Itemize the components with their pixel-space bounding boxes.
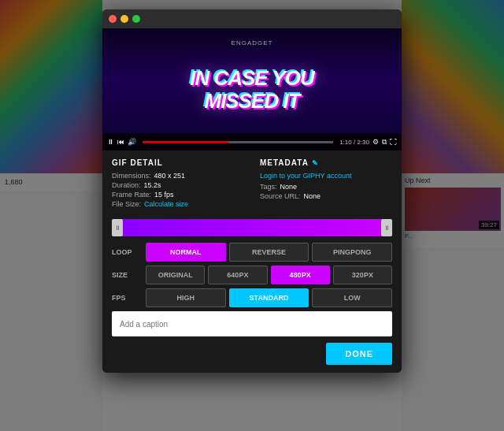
framerate-value: 15 fps (154, 191, 174, 199)
loop-reverse-btn[interactable]: REVERSE (229, 243, 309, 262)
video-right-controls: ⚙ ⧉ ⛶ (372, 138, 397, 147)
fps-label: FPS (112, 294, 139, 302)
detail-duration: Duration: 15.2s (112, 181, 244, 189)
trim-handle-right[interactable]: ⏸ (381, 219, 392, 236)
titlebar-dot-yellow[interactable] (120, 15, 128, 23)
loop-pingpong-btn[interactable]: PINGPONG (312, 243, 392, 262)
size-btn-group: ORIGINAL 640PX 480PX 320PX (146, 266, 392, 284)
fullscreen-icon[interactable]: ⛶ (390, 138, 397, 146)
fps-standard-btn[interactable]: STANDARD (229, 288, 309, 307)
tags-label: Tags: (260, 183, 277, 191)
video-progress-bar[interactable] (143, 141, 333, 143)
trim-left-icon: ⏸ (114, 225, 120, 232)
done-button[interactable]: DONE (326, 343, 392, 365)
duration-value: 15.2s (144, 181, 161, 189)
detail-dimensions: Dimensions: 480 x 251 (112, 172, 244, 180)
modal-titlebar (102, 9, 402, 28)
titlebar-dot-red[interactable] (109, 15, 117, 23)
detail-filesize: File Size: Calculate size (112, 200, 244, 208)
meta-tags: Tags: None (260, 183, 392, 191)
dimensions-value: 480 x 251 (154, 172, 186, 180)
duration-label: Duration: (112, 181, 141, 189)
video-brand: engadget (232, 39, 273, 46)
video-progress-fill (143, 141, 228, 143)
size-320px-btn[interactable]: 320PX (333, 266, 392, 284)
titlebar-dot-green[interactable] (132, 15, 140, 23)
pip-icon[interactable]: ⧉ (382, 138, 387, 147)
loop-btn-group: NORMAL REVERSE PINGPONG (146, 243, 392, 262)
login-link[interactable]: Login to your GIPHY account (260, 172, 392, 180)
detail-framerate: Frame Rate: 15 fps (112, 191, 244, 199)
trim-section: ⏸ ⏸ (112, 219, 392, 236)
video-time: 1:10 / 2:30 (339, 139, 369, 146)
source-value: None (304, 192, 321, 200)
video-title: IN CASE YOU MISSED IT (190, 67, 314, 112)
fps-low-btn[interactable]: LOW (312, 288, 392, 307)
caption-input[interactable] (112, 311, 392, 336)
detail-meta-section: GIF DETAIL Dimensions: 480 x 251 Duratio… (112, 158, 392, 210)
filesize-label: File Size: (112, 200, 141, 208)
dimensions-label: Dimensions: (112, 172, 151, 180)
loop-control-row: LOOP NORMAL REVERSE PINGPONG (112, 243, 392, 262)
settings-icon[interactable]: ⚙ (372, 138, 379, 146)
source-label: Source URL: (260, 192, 301, 200)
modal-body: GIF DETAIL Dimensions: 480 x 251 Duratio… (102, 150, 402, 373)
calculate-size-link[interactable]: Calculate size (144, 200, 188, 208)
fps-btn-group: HIGH STANDARD LOW (146, 288, 392, 307)
done-row: DONE (112, 343, 392, 365)
trim-right-icon: ⏸ (384, 225, 390, 232)
trim-handle-left[interactable]: ⏸ (112, 219, 123, 236)
loop-normal-btn[interactable]: NORMAL (146, 243, 226, 262)
framerate-label: Frame Rate: (112, 191, 151, 199)
prev-icon[interactable]: ⏮ (117, 138, 124, 146)
giphy-modal: engadget IN CASE YOU MISSED IT ⏸ ⏮ 🔊 1:1… (102, 9, 402, 373)
volume-icon[interactable]: 🔊 (128, 138, 136, 146)
tags-value: None (280, 183, 298, 191)
metadata-heading: METADATA ✎ (260, 158, 392, 167)
gif-detail-col: GIF DETAIL Dimensions: 480 x 251 Duratio… (112, 158, 244, 210)
metadata-col: METADATA ✎ Login to your GIPHY account T… (260, 158, 392, 210)
video-title-line2: MISSED IT (204, 89, 299, 113)
loop-label: LOOP (112, 248, 139, 256)
video-title-line1: IN CASE YOU (190, 66, 314, 90)
size-control-row: SIZE ORIGINAL 640PX 480PX 320PX (112, 266, 392, 284)
fps-control-row: FPS HIGH STANDARD LOW (112, 288, 392, 307)
trim-bar[interactable]: ⏸ ⏸ (112, 219, 392, 236)
size-original-btn[interactable]: ORIGINAL (146, 266, 205, 284)
fps-high-btn[interactable]: HIGH (146, 288, 226, 307)
size-label: SIZE (112, 271, 139, 279)
video-preview: engadget IN CASE YOU MISSED IT ⏸ ⏮ 🔊 1:1… (102, 28, 402, 150)
edit-icon[interactable]: ✎ (312, 159, 319, 167)
size-640px-btn[interactable]: 640PX (208, 266, 267, 284)
video-controls: ⏸ ⏮ 🔊 1:10 / 2:30 ⚙ ⧉ ⛶ (102, 133, 402, 150)
meta-source: Source URL: None (260, 192, 392, 200)
gif-detail-heading: GIF DETAIL (112, 158, 244, 167)
pause-icon[interactable]: ⏸ (107, 138, 114, 146)
size-480px-btn[interactable]: 480PX (271, 266, 330, 284)
